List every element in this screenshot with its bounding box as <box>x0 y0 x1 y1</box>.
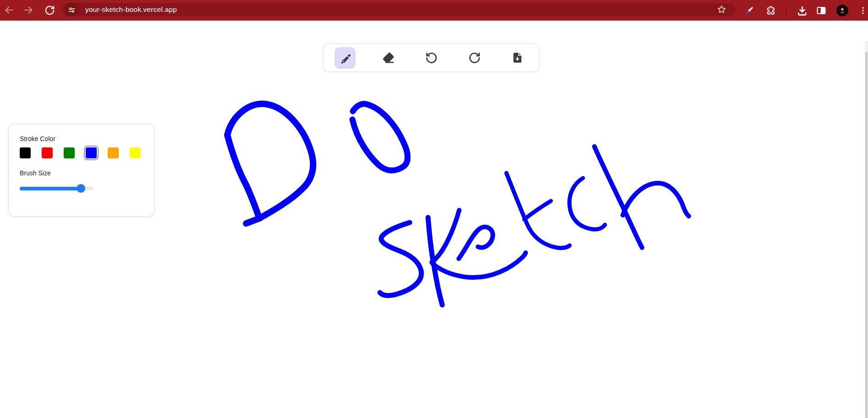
tune-icon <box>67 5 76 14</box>
file-download-icon <box>511 52 523 64</box>
reload-icon <box>44 5 55 16</box>
side-panel-button[interactable] <box>814 4 828 17</box>
bookmark-star-button[interactable] <box>717 5 726 16</box>
brush-size-slider[interactable] <box>20 184 93 192</box>
download-icon <box>797 5 808 16</box>
eyedropper-icon <box>743 5 755 16</box>
undo-icon <box>425 52 438 64</box>
puzzle-icon <box>765 5 776 16</box>
app-root: { "browser": { "url": "your-sketch-book.… <box>0 0 868 418</box>
sketch-canvas[interactable]: Stroke Color Brush Size <box>0 21 868 418</box>
star-icon <box>717 5 726 14</box>
forward-arrow-icon <box>23 5 34 16</box>
pencil-icon <box>339 52 352 64</box>
redo-button[interactable] <box>464 47 485 69</box>
save-image-button[interactable] <box>507 47 528 69</box>
color-swatch-1[interactable] <box>42 147 53 158</box>
menu-button[interactable] <box>856 4 868 17</box>
drawing-toolbar <box>323 43 539 72</box>
reload-button[interactable] <box>43 4 56 16</box>
color-swatch-5[interactable] <box>130 147 141 158</box>
browser-chrome: your-sketch-book.vercel.app <box>0 0 868 21</box>
profile-avatar-button[interactable] <box>835 4 849 17</box>
extensions-button[interactable] <box>764 4 778 17</box>
back-arrow-icon <box>4 5 15 16</box>
back-button[interactable] <box>3 4 16 16</box>
side-panel-icon <box>816 5 827 16</box>
brush-size-thumb[interactable] <box>77 184 85 193</box>
eraser-tool-button[interactable] <box>378 47 399 69</box>
address-bar[interactable]: your-sketch-book.vercel.app <box>62 3 736 16</box>
forward-button[interactable] <box>22 4 35 16</box>
eraser-icon <box>382 52 395 64</box>
brush-size-fill <box>20 187 81 190</box>
color-swatch-3[interactable] <box>86 147 97 158</box>
avatar-icon <box>836 4 849 17</box>
scrollbar-thumb[interactable] <box>865 52 868 418</box>
stroke-color-label: Stroke Color <box>20 135 143 142</box>
undo-button[interactable] <box>421 47 442 69</box>
brush-size-label: Brush Size <box>20 169 143 177</box>
color-swatch-0[interactable] <box>20 147 31 158</box>
eyedropper-extension-button[interactable] <box>742 4 756 17</box>
pencil-tool-button[interactable] <box>335 47 356 69</box>
brush-settings-panel: Stroke Color Brush Size <box>8 124 154 217</box>
color-swatch-4[interactable] <box>108 147 119 158</box>
site-info-button[interactable] <box>65 3 78 16</box>
redo-icon <box>468 52 481 64</box>
kebab-menu-icon <box>858 5 868 16</box>
download-button[interactable] <box>795 4 809 17</box>
color-swatches <box>20 147 143 158</box>
color-swatch-2[interactable] <box>64 147 75 158</box>
chrome-separator <box>786 6 786 15</box>
url-text[interactable]: your-sketch-book.vercel.app <box>85 3 177 16</box>
page-scrollbar[interactable] <box>865 41 868 418</box>
